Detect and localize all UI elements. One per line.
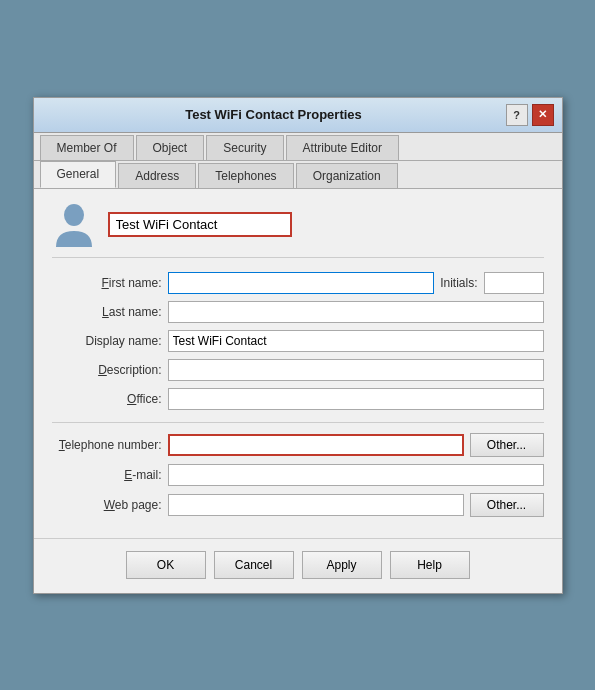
office-label: Office: [52, 392, 162, 406]
display-name-row: Display name: [52, 330, 544, 352]
tab-address[interactable]: Address [118, 163, 196, 188]
help-button[interactable]: Help [390, 551, 470, 579]
title-bar: Test WiFi Contact Properties ? ✕ [34, 98, 562, 133]
web-page-label: Web page: [52, 498, 162, 512]
web-page-input[interactable] [168, 494, 464, 516]
first-name-input[interactable] [168, 272, 435, 294]
tabs-row-2: General Address Telephones Organization [34, 161, 562, 189]
web-other-button[interactable]: Other... [470, 493, 544, 517]
email-input[interactable] [168, 464, 544, 486]
tab-object[interactable]: Object [136, 135, 205, 160]
email-row: E-mail: [52, 464, 544, 486]
telephone-other-button[interactable]: Other... [470, 433, 544, 457]
name-section [52, 203, 544, 258]
form-section: First name: Initials: Last name: Display… [52, 272, 544, 410]
first-name-row: First name: Initials: [52, 272, 544, 294]
telephone-row: Telephone number: Other... [52, 433, 544, 457]
office-row: Office: [52, 388, 544, 410]
tab-telephones[interactable]: Telephones [198, 163, 293, 188]
close-button[interactable]: ✕ [532, 104, 554, 126]
display-name-input[interactable] [168, 330, 544, 352]
description-input[interactable] [168, 359, 544, 381]
title-bar-buttons: ? ✕ [506, 104, 554, 126]
contact-name-input[interactable] [108, 212, 292, 237]
svg-point-0 [64, 204, 84, 226]
display-name-label: Display name: [52, 334, 162, 348]
description-label: Description: [52, 363, 162, 377]
last-name-row: Last name: [52, 301, 544, 323]
properties-window: Test WiFi Contact Properties ? ✕ Member … [33, 97, 563, 594]
tabs-row-1: Member Of Object Security Attribute Edit… [34, 133, 562, 161]
tab-attribute-editor[interactable]: Attribute Editor [286, 135, 399, 160]
telephone-section: Telephone number: Other... E-mail: Web p… [52, 433, 544, 517]
description-row: Description: [52, 359, 544, 381]
last-name-input[interactable] [168, 301, 544, 323]
telephone-label: Telephone number: [52, 438, 162, 452]
footer: OK Cancel Apply Help [34, 538, 562, 593]
apply-button[interactable]: Apply [302, 551, 382, 579]
window-title: Test WiFi Contact Properties [42, 107, 506, 122]
first-name-label: First name: [52, 276, 162, 290]
avatar [52, 203, 96, 247]
help-icon-button[interactable]: ? [506, 104, 528, 126]
ok-button[interactable]: OK [126, 551, 206, 579]
web-page-row: Web page: Other... [52, 493, 544, 517]
email-label: E-mail: [52, 468, 162, 482]
office-input[interactable] [168, 388, 544, 410]
initials-input[interactable] [484, 272, 544, 294]
tab-security[interactable]: Security [206, 135, 283, 160]
tab-general[interactable]: General [40, 161, 117, 188]
tab-member-of[interactable]: Member Of [40, 135, 134, 160]
telephone-input[interactable] [168, 434, 464, 456]
last-name-label: Last name: [52, 305, 162, 319]
initials-label: Initials: [440, 276, 477, 290]
content-area: First name: Initials: Last name: Display… [34, 189, 562, 538]
tab-organization[interactable]: Organization [296, 163, 398, 188]
cancel-button[interactable]: Cancel [214, 551, 294, 579]
